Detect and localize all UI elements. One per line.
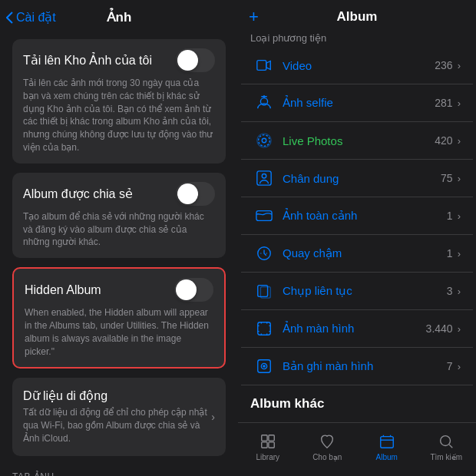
album-count-video: 236	[435, 59, 452, 71]
icloud-section: Tải lên Kho Ảnh của tôi Tải lên các ảnh …	[0, 31, 238, 456]
shared-album-toggle[interactable]	[176, 182, 215, 206]
tab-album-label: Album	[376, 453, 398, 461]
svg-point-3	[259, 135, 270, 147]
svg-point-14	[263, 365, 266, 368]
album-name-portrait: Chân dung	[283, 172, 441, 185]
tab-library[interactable]: Library	[245, 432, 291, 461]
svg-rect-17	[269, 435, 274, 440]
chevron-icon: ›	[458, 210, 461, 222]
album-count-screenshot: 3.440	[426, 322, 453, 335]
album-name-live: Live Photos	[283, 134, 435, 147]
album-row-screenshot[interactable]: Ảnh màn hình 3.440 ›	[241, 310, 473, 348]
svg-rect-16	[262, 435, 267, 440]
chevron-icon: ›	[458, 323, 461, 335]
album-count-portrait: 75	[441, 172, 453, 184]
album-count-burst: 3	[447, 285, 453, 297]
album-name-selfie: Ảnh selfie	[283, 96, 435, 110]
album-row-portrait[interactable]: Chân dung 75 ›	[241, 160, 473, 197]
svg-rect-19	[269, 441, 274, 447]
left-panel: Cài đặt Ảnh Tải lên Kho Ảnh của tôi Tải …	[0, 0, 238, 476]
right-panel: + Album Loại phương tiện Video 236 › Ảnh…	[238, 0, 476, 476]
album-name-video: Video	[283, 59, 435, 72]
upload-row: Tải lên Kho Ảnh của tôi Tải lên các ảnh …	[12, 39, 226, 164]
mobile-data-row[interactable]: Dữ liệu di động Tất dữ liệu di động để c…	[12, 378, 226, 455]
album-tab-icon	[378, 432, 396, 451]
tab-library-label: Library	[256, 453, 279, 461]
chevron-icon: ›	[458, 248, 461, 259]
upload-title: Tải lên Kho Ảnh của tôi	[23, 53, 152, 68]
hidden-album-desc: When enabled, the Hidden album will appe…	[25, 306, 213, 358]
panorama-icon	[253, 205, 275, 226]
tab-search[interactable]: Tìm kiếm	[423, 432, 469, 461]
upload-desc: Tải lên các ảnh mới trong 30 ngày qua củ…	[23, 77, 215, 154]
chevron-icon: ›	[458, 173, 461, 184]
screenshot-icon	[253, 318, 275, 339]
tab-search-label: Tìm kiếm	[430, 453, 462, 461]
upload-toggle[interactable]	[176, 48, 215, 72]
back-label: Cài đặt	[16, 10, 56, 25]
burst-icon	[253, 280, 275, 302]
live-icon	[253, 130, 275, 151]
left-header: Cài đặt Ảnh	[0, 0, 238, 31]
hidden-album-row: Hidden Album When enabled, the Hidden al…	[12, 267, 226, 369]
hidden-album-toggle[interactable]	[174, 278, 213, 302]
shared-album-desc: Tạo album để chia sẻ với những người khá…	[23, 210, 215, 249]
album-name-burst: Chụp liên tục	[283, 284, 447, 298]
screenrecord-icon	[253, 355, 275, 377]
back-button[interactable]: Cài đặt	[6, 10, 56, 25]
album-row-slowmo[interactable]: Quay chậm 1 ›	[241, 235, 473, 273]
media-types-section: Video 236 › Ảnh selfie 281 › Live Photos…	[238, 47, 476, 385]
tab-foryou-label: Cho bạn	[312, 453, 342, 461]
chevron-icon: ›	[458, 135, 461, 147]
chevron-icon: ›	[458, 361, 461, 372]
album-row-selfie[interactable]: Ảnh selfie 281 ›	[241, 84, 473, 122]
foryou-tab-icon	[318, 432, 336, 451]
right-scroll: Loại phương tiện Video 236 › Ảnh selfie …	[238, 31, 476, 422]
svg-rect-20	[381, 436, 394, 448]
other-albums-header: Album khác	[238, 385, 476, 416]
page-title: Ảnh	[107, 9, 132, 25]
album-count-slowmo: 1	[447, 247, 453, 259]
chevron-icon: ›	[211, 411, 215, 423]
portrait-icon	[253, 167, 275, 189]
shared-album-row: Album được chia sẻ Tạo album để chia sẻ …	[12, 173, 226, 258]
chevron-icon: ›	[458, 60, 461, 71]
video-icon	[253, 55, 275, 76]
tab-album[interactable]: Album	[364, 432, 410, 461]
album-row-screenrecord[interactable]: Bản ghi màn hình 7 ›	[241, 348, 473, 385]
library-tab-icon	[259, 432, 277, 451]
album-name-slowmo: Quay chậm	[283, 246, 447, 260]
hidden-album-title: Hidden Album	[25, 283, 101, 297]
album-row-panorama[interactable]: Ảnh toàn cảnh 1 ›	[241, 197, 473, 235]
tab-bar: Library Cho bạn Album	[238, 422, 476, 476]
add-button[interactable]: +	[249, 7, 259, 27]
svg-rect-18	[262, 441, 267, 447]
album-row-live[interactable]: Live Photos 420 ›	[241, 122, 473, 160]
album-row-video[interactable]: Video 236 ›	[241, 47, 473, 84]
svg-point-4	[257, 134, 271, 147]
album-count-panorama: 1	[447, 210, 453, 222]
tab-section-label: TAB ẢNH	[0, 465, 238, 476]
album-count-live: 420	[435, 134, 452, 147]
album-count-screenrecord: 7	[447, 360, 453, 372]
selfie-icon	[253, 92, 275, 114]
shared-album-title: Album được chia sẻ	[23, 187, 133, 201]
album-name-panorama: Ảnh toàn cảnh	[283, 209, 447, 223]
slowmo-icon	[253, 243, 275, 264]
album-name-screenrecord: Bản ghi màn hình	[283, 359, 447, 373]
album-row-import[interactable]: ↘ Nhập 154 ›	[241, 416, 473, 422]
left-scroll: Tải lên Kho Ảnh của tôi Tải lên các ảnh …	[0, 31, 238, 476]
chevron-icon: ›	[458, 286, 461, 297]
svg-point-21	[441, 435, 451, 445]
album-name-screenshot: Ảnh màn hình	[283, 322, 426, 336]
svg-point-6	[262, 174, 266, 179]
svg-rect-11	[258, 322, 271, 336]
album-row-burst[interactable]: Chụp liên tục 3 ›	[241, 273, 473, 310]
right-title: Album	[337, 9, 378, 25]
search-tab-icon	[437, 432, 455, 451]
mobile-data-title: Dữ liệu di động	[23, 388, 211, 403]
tab-for-you[interactable]: Cho bạn	[304, 432, 350, 461]
chevron-icon: ›	[458, 98, 461, 109]
album-count-selfie: 281	[435, 97, 452, 109]
right-header: + Album	[238, 0, 476, 31]
